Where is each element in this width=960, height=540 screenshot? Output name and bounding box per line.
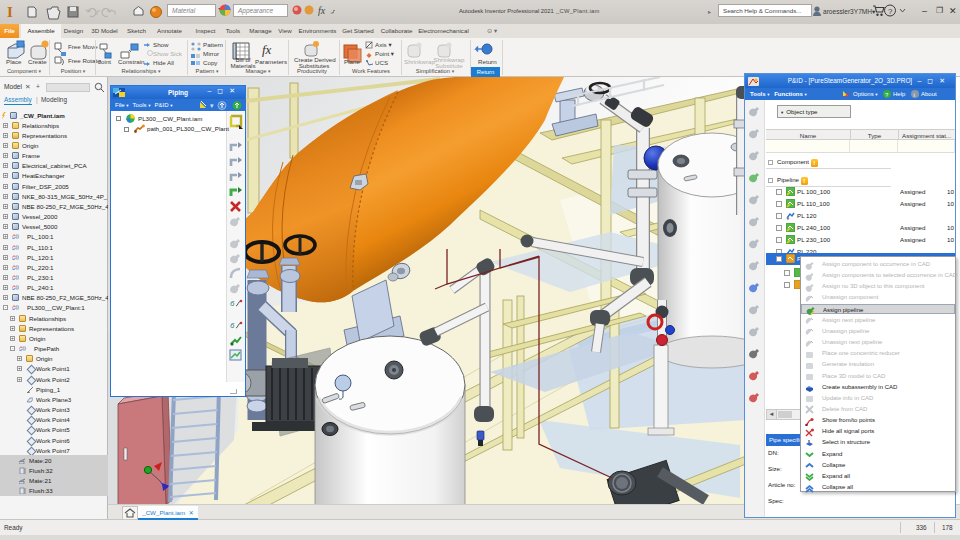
svg-text:i: i bbox=[914, 92, 915, 98]
svg-text:fx: fx bbox=[262, 42, 272, 57]
svg-text:I: I bbox=[7, 4, 13, 20]
svg-text:▾: ▾ bbox=[210, 102, 214, 109]
svg-text:fx: fx bbox=[318, 5, 326, 16]
svg-text:6: 6 bbox=[230, 321, 235, 330]
svg-text:?: ? bbox=[888, 7, 893, 16]
svg-text:6: 6 bbox=[230, 299, 235, 308]
